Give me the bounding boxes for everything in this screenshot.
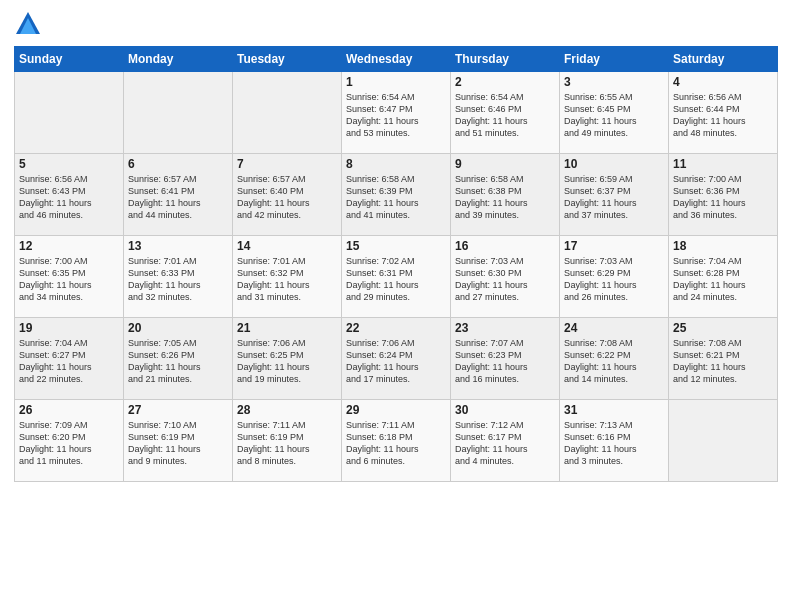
day-number: 25 — [673, 321, 773, 335]
day-info: Sunrise: 7:02 AM Sunset: 6:31 PM Dayligh… — [346, 255, 446, 304]
calendar-cell: 1Sunrise: 6:54 AM Sunset: 6:47 PM Daylig… — [342, 72, 451, 154]
day-number: 8 — [346, 157, 446, 171]
calendar-week-2: 12Sunrise: 7:00 AM Sunset: 6:35 PM Dayli… — [15, 236, 778, 318]
day-info: Sunrise: 7:01 AM Sunset: 6:32 PM Dayligh… — [237, 255, 337, 304]
calendar-cell: 25Sunrise: 7:08 AM Sunset: 6:21 PM Dayli… — [669, 318, 778, 400]
day-info: Sunrise: 7:11 AM Sunset: 6:19 PM Dayligh… — [237, 419, 337, 468]
day-info: Sunrise: 7:08 AM Sunset: 6:21 PM Dayligh… — [673, 337, 773, 386]
weekday-header-saturday: Saturday — [669, 47, 778, 72]
day-number: 7 — [237, 157, 337, 171]
day-number: 13 — [128, 239, 228, 253]
day-info: Sunrise: 7:07 AM Sunset: 6:23 PM Dayligh… — [455, 337, 555, 386]
calendar-cell: 8Sunrise: 6:58 AM Sunset: 6:39 PM Daylig… — [342, 154, 451, 236]
day-number: 2 — [455, 75, 555, 89]
day-number: 26 — [19, 403, 119, 417]
calendar-cell: 18Sunrise: 7:04 AM Sunset: 6:28 PM Dayli… — [669, 236, 778, 318]
day-info: Sunrise: 6:58 AM Sunset: 6:38 PM Dayligh… — [455, 173, 555, 222]
day-number: 10 — [564, 157, 664, 171]
weekday-header-monday: Monday — [124, 47, 233, 72]
calendar-cell: 24Sunrise: 7:08 AM Sunset: 6:22 PM Dayli… — [560, 318, 669, 400]
day-number: 24 — [564, 321, 664, 335]
day-number: 9 — [455, 157, 555, 171]
day-number: 31 — [564, 403, 664, 417]
calendar-cell: 9Sunrise: 6:58 AM Sunset: 6:38 PM Daylig… — [451, 154, 560, 236]
day-info: Sunrise: 7:13 AM Sunset: 6:16 PM Dayligh… — [564, 419, 664, 468]
day-number: 12 — [19, 239, 119, 253]
day-info: Sunrise: 6:56 AM Sunset: 6:44 PM Dayligh… — [673, 91, 773, 140]
weekday-header-sunday: Sunday — [15, 47, 124, 72]
calendar-cell: 22Sunrise: 7:06 AM Sunset: 6:24 PM Dayli… — [342, 318, 451, 400]
calendar-cell: 13Sunrise: 7:01 AM Sunset: 6:33 PM Dayli… — [124, 236, 233, 318]
calendar-cell: 27Sunrise: 7:10 AM Sunset: 6:19 PM Dayli… — [124, 400, 233, 482]
calendar-cell: 15Sunrise: 7:02 AM Sunset: 6:31 PM Dayli… — [342, 236, 451, 318]
day-info: Sunrise: 7:06 AM Sunset: 6:25 PM Dayligh… — [237, 337, 337, 386]
day-info: Sunrise: 7:04 AM Sunset: 6:27 PM Dayligh… — [19, 337, 119, 386]
calendar-cell: 17Sunrise: 7:03 AM Sunset: 6:29 PM Dayli… — [560, 236, 669, 318]
calendar-table: SundayMondayTuesdayWednesdayThursdayFrid… — [14, 46, 778, 482]
day-info: Sunrise: 6:56 AM Sunset: 6:43 PM Dayligh… — [19, 173, 119, 222]
calendar-cell — [669, 400, 778, 482]
calendar-cell: 21Sunrise: 7:06 AM Sunset: 6:25 PM Dayli… — [233, 318, 342, 400]
weekday-header-row: SundayMondayTuesdayWednesdayThursdayFrid… — [15, 47, 778, 72]
day-number: 6 — [128, 157, 228, 171]
calendar-header: SundayMondayTuesdayWednesdayThursdayFrid… — [15, 47, 778, 72]
weekday-header-tuesday: Tuesday — [233, 47, 342, 72]
day-info: Sunrise: 7:06 AM Sunset: 6:24 PM Dayligh… — [346, 337, 446, 386]
day-info: Sunrise: 6:54 AM Sunset: 6:46 PM Dayligh… — [455, 91, 555, 140]
day-info: Sunrise: 7:12 AM Sunset: 6:17 PM Dayligh… — [455, 419, 555, 468]
day-info: Sunrise: 7:08 AM Sunset: 6:22 PM Dayligh… — [564, 337, 664, 386]
day-number: 16 — [455, 239, 555, 253]
day-info: Sunrise: 7:11 AM Sunset: 6:18 PM Dayligh… — [346, 419, 446, 468]
calendar-cell: 31Sunrise: 7:13 AM Sunset: 6:16 PM Dayli… — [560, 400, 669, 482]
calendar-cell: 19Sunrise: 7:04 AM Sunset: 6:27 PM Dayli… — [15, 318, 124, 400]
calendar-cell: 3Sunrise: 6:55 AM Sunset: 6:45 PM Daylig… — [560, 72, 669, 154]
weekday-header-friday: Friday — [560, 47, 669, 72]
day-info: Sunrise: 7:00 AM Sunset: 6:35 PM Dayligh… — [19, 255, 119, 304]
day-number: 1 — [346, 75, 446, 89]
day-number: 22 — [346, 321, 446, 335]
day-number: 27 — [128, 403, 228, 417]
calendar-cell — [124, 72, 233, 154]
logo-icon — [14, 10, 42, 38]
day-info: Sunrise: 7:03 AM Sunset: 6:30 PM Dayligh… — [455, 255, 555, 304]
day-number: 30 — [455, 403, 555, 417]
day-number: 18 — [673, 239, 773, 253]
calendar-cell: 5Sunrise: 6:56 AM Sunset: 6:43 PM Daylig… — [15, 154, 124, 236]
day-number: 20 — [128, 321, 228, 335]
day-info: Sunrise: 7:09 AM Sunset: 6:20 PM Dayligh… — [19, 419, 119, 468]
day-number: 11 — [673, 157, 773, 171]
day-number: 5 — [19, 157, 119, 171]
day-info: Sunrise: 7:10 AM Sunset: 6:19 PM Dayligh… — [128, 419, 228, 468]
day-info: Sunrise: 6:57 AM Sunset: 6:40 PM Dayligh… — [237, 173, 337, 222]
calendar-cell: 16Sunrise: 7:03 AM Sunset: 6:30 PM Dayli… — [451, 236, 560, 318]
weekday-header-thursday: Thursday — [451, 47, 560, 72]
day-info: Sunrise: 6:57 AM Sunset: 6:41 PM Dayligh… — [128, 173, 228, 222]
day-number: 28 — [237, 403, 337, 417]
calendar-cell: 10Sunrise: 6:59 AM Sunset: 6:37 PM Dayli… — [560, 154, 669, 236]
day-info: Sunrise: 6:55 AM Sunset: 6:45 PM Dayligh… — [564, 91, 664, 140]
calendar-cell: 7Sunrise: 6:57 AM Sunset: 6:40 PM Daylig… — [233, 154, 342, 236]
calendar-cell: 6Sunrise: 6:57 AM Sunset: 6:41 PM Daylig… — [124, 154, 233, 236]
calendar-cell: 30Sunrise: 7:12 AM Sunset: 6:17 PM Dayli… — [451, 400, 560, 482]
day-number: 15 — [346, 239, 446, 253]
day-info: Sunrise: 7:05 AM Sunset: 6:26 PM Dayligh… — [128, 337, 228, 386]
day-number: 23 — [455, 321, 555, 335]
calendar-cell: 4Sunrise: 6:56 AM Sunset: 6:44 PM Daylig… — [669, 72, 778, 154]
calendar-cell — [233, 72, 342, 154]
calendar-cell: 20Sunrise: 7:05 AM Sunset: 6:26 PM Dayli… — [124, 318, 233, 400]
day-number: 4 — [673, 75, 773, 89]
day-info: Sunrise: 6:58 AM Sunset: 6:39 PM Dayligh… — [346, 173, 446, 222]
header — [14, 10, 778, 38]
day-number: 29 — [346, 403, 446, 417]
calendar-cell: 26Sunrise: 7:09 AM Sunset: 6:20 PM Dayli… — [15, 400, 124, 482]
day-number: 21 — [237, 321, 337, 335]
calendar-week-1: 5Sunrise: 6:56 AM Sunset: 6:43 PM Daylig… — [15, 154, 778, 236]
day-info: Sunrise: 7:01 AM Sunset: 6:33 PM Dayligh… — [128, 255, 228, 304]
logo — [14, 10, 46, 38]
calendar-cell: 28Sunrise: 7:11 AM Sunset: 6:19 PM Dayli… — [233, 400, 342, 482]
calendar-container: SundayMondayTuesdayWednesdayThursdayFrid… — [0, 0, 792, 612]
calendar-week-3: 19Sunrise: 7:04 AM Sunset: 6:27 PM Dayli… — [15, 318, 778, 400]
day-info: Sunrise: 6:59 AM Sunset: 6:37 PM Dayligh… — [564, 173, 664, 222]
calendar-body: 1Sunrise: 6:54 AM Sunset: 6:47 PM Daylig… — [15, 72, 778, 482]
calendar-cell: 29Sunrise: 7:11 AM Sunset: 6:18 PM Dayli… — [342, 400, 451, 482]
